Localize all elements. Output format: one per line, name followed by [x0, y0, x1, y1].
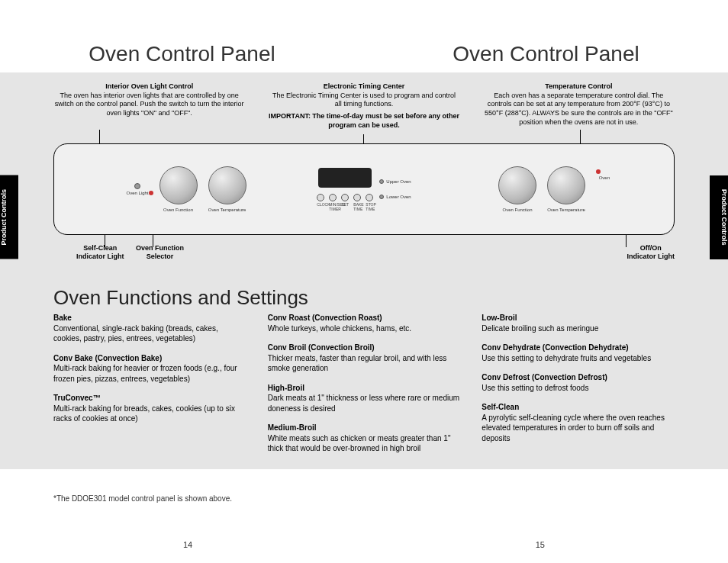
callout-interior-light: Interior Oven Light Control The oven has…	[53, 82, 245, 130]
lower-oven-label: Lower Oven	[386, 195, 411, 199]
callout-temperature: Temperature Control Each oven has a sepa…	[483, 82, 675, 130]
function-dial-right	[498, 166, 536, 204]
lcd-display	[318, 168, 372, 188]
upper-oven-label: Upper Oven	[386, 179, 411, 184]
callout-row: Interior Oven Light Control The oven has…	[53, 82, 675, 130]
leader-line	[580, 130, 581, 143]
header-right: Oven Control Panel	[364, 42, 728, 66]
callout-body: The Electronic Timing Center is used to …	[268, 92, 459, 109]
dial-caption: Oven Temperature	[208, 208, 246, 212]
dial-caption: Oven Function	[502, 208, 532, 212]
btn-label: SET	[341, 202, 349, 211]
callout-title: Electronic Timing Center	[268, 82, 459, 92]
temperature-dial-right	[547, 166, 585, 204]
page-number-right: 15	[536, 540, 545, 549]
btn-label: STOP TIME	[366, 202, 373, 211]
oven-light-switch	[134, 183, 140, 189]
function-item: Medium-BroilWhite meats such as chicken …	[268, 423, 461, 454]
callout-title: Temperature Control	[483, 82, 675, 92]
btn-label: CLOCK	[317, 202, 324, 211]
functions-section-title: Oven Functions and Settings	[53, 286, 308, 310]
btn-label: BAKE TIME	[353, 202, 361, 211]
functions-col-2: Conv Roast (Convection Roast)Whole turke…	[268, 313, 461, 463]
footnote: *The DDOE301 model control panel is show…	[53, 494, 232, 503]
callout-timing-center: Electronic Timing Center The Electronic …	[268, 82, 459, 130]
minsec-button	[329, 194, 337, 201]
oven-light-label: Oven Light	[126, 191, 148, 195]
header-left: Oven Control Panel	[0, 42, 364, 66]
upper-oven-switch	[379, 179, 384, 184]
btn-label: MIN/SEC TIMER	[329, 202, 337, 211]
function-item: Conv Dehydrate (Convection Dehydrate)Use…	[482, 343, 675, 363]
function-item: Conv Broil (Convection Broil)Thicker mea…	[268, 343, 461, 374]
page-header: Oven Control Panel Oven Control Panel	[0, 42, 728, 66]
timing-button-row	[317, 194, 373, 201]
page-number-left: 14	[183, 540, 192, 549]
self-clean-indicator	[149, 191, 153, 195]
functions-col-3: Low-BroilDelicate broiling such as merin…	[482, 313, 675, 463]
set-button	[341, 194, 349, 201]
callout-important: IMPORTANT: The time-of-day must be set b…	[268, 112, 459, 130]
dial-caption: Oven Function	[163, 208, 193, 212]
callout-title: Interior Oven Light Control	[53, 82, 245, 92]
function-dial-left	[159, 166, 198, 204]
side-tab-left: Product Controls	[0, 175, 18, 259]
temperature-dial-left	[208, 166, 246, 204]
control-panel: Oven Light Oven Function Oven Temperatur…	[53, 143, 675, 235]
callout-body: The oven has interior oven lights that a…	[53, 92, 245, 118]
lower-oven-switch	[379, 195, 384, 199]
on-indicator-label: Oven	[599, 175, 610, 180]
on-indicator	[596, 169, 601, 174]
clock-button	[317, 194, 324, 201]
functions-col-1: BakeConventional, single-rack baking (br…	[53, 313, 246, 463]
dial-caption: Oven Temperature	[547, 208, 585, 212]
callout-body: Each oven has a separate temperature con…	[483, 92, 675, 127]
left-oven-group: Oven Light Oven Function Oven Temperatur…	[62, 166, 311, 212]
function-item: TruConvec™Multi-rack baking for breads, …	[53, 393, 246, 424]
timing-center-group: CLOCK MIN/SEC TIMER SET BAKE TIME STOP T…	[311, 168, 417, 211]
self-clean-indicator-label: Self-Clean Indicator Light	[76, 244, 124, 261]
bake-time-button	[353, 194, 361, 201]
function-item: Conv Roast (Convection Roast)Whole turke…	[268, 313, 461, 333]
leader-line	[363, 134, 364, 143]
side-tab-right: Product Controls	[710, 175, 728, 259]
off-on-indicator-label: Off/On Indicator Light	[627, 244, 675, 261]
function-item: BakeConventional, single-rack baking (br…	[53, 313, 246, 344]
oven-function-selector-label: Oven Function Selector	[136, 244, 184, 261]
function-item: High-BroilDark meats at 1" thickness or …	[268, 383, 461, 414]
stop-time-button	[366, 194, 373, 201]
function-item: Conv Bake (Convection Bake)Multi-rack ba…	[53, 353, 246, 384]
function-item: Self-CleanA pyrolytic self-cleaning cycl…	[482, 402, 675, 443]
function-item: Conv Defrost (Convection Defrost)Use thi…	[482, 372, 675, 393]
leader-line	[99, 130, 100, 143]
function-item: Low-BroilDelicate broiling such as merin…	[482, 313, 675, 333]
right-oven-group: Oven Function Oven Temperature Oven	[417, 166, 666, 212]
functions-columns: BakeConventional, single-rack baking (br…	[53, 313, 675, 463]
